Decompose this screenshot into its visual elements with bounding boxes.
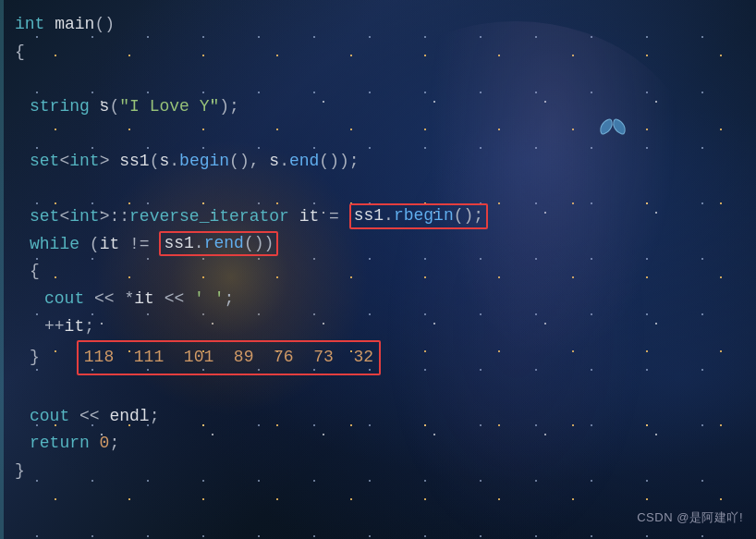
- code-line-set1: set<int> ss1(s.begin(), s.end());: [15, 148, 756, 176]
- code-line-blank1: [15, 66, 756, 93]
- code-line-blank2: [15, 121, 756, 149]
- code-line-return: return 0;: [15, 430, 756, 458]
- main-container: int main() { string s("I Love Y"); set<i…: [0, 0, 756, 539]
- code-line-incr: ++it;: [15, 313, 756, 341]
- code-line-revit: set<int>::reverse_iterator it = ss1.rbeg…: [15, 203, 756, 231]
- code-overlay: int main() { string s("I Love Y"); set<i…: [0, 0, 756, 539]
- code-line-open2: {: [15, 258, 756, 286]
- rbegin-highlight: ss1.rbegin();: [349, 203, 488, 228]
- rend-highlight: ss1.rend()): [159, 231, 278, 256]
- code-line-string: string s("I Love Y");: [15, 93, 756, 121]
- watermark: CSDN @是阿建吖!: [637, 509, 743, 526]
- code-block: int main() { string s("I Love Y"); set<i…: [0, 11, 756, 485]
- code-line-main: int main(): [15, 11, 756, 39]
- code-line-close-while: }118 111 101 89 76 73 32: [15, 340, 756, 375]
- code-line-cout2: cout << endl;: [15, 403, 756, 431]
- output-highlight: 118 111 101 89 76 73 32: [77, 340, 381, 375]
- code-line-blank3: [15, 176, 756, 203]
- code-line-close-main: }: [15, 458, 756, 485]
- code-line-blank4: [15, 375, 756, 403]
- code-line-while: while (it != ss1.rend()): [15, 231, 756, 259]
- code-line-open1: {: [15, 39, 756, 67]
- left-border: [0, 0, 4, 539]
- code-line-cout1: cout << *it << ' ';: [15, 286, 756, 313]
